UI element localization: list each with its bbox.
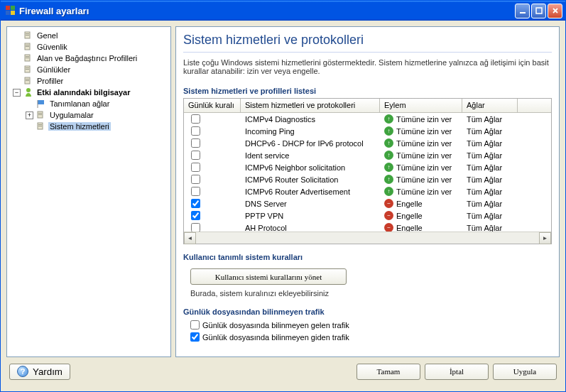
nav-tree[interactable]: GenelGüvenlikAlan ve Bağdaştırıcı Profil… xyxy=(6,26,171,357)
row-action[interactable]: −Engelle xyxy=(380,198,462,209)
ok-button[interactable]: Tamam xyxy=(357,364,420,380)
log-incoming-row[interactable]: Günlük dosyasında bilinmeyen gelen trafi… xyxy=(190,320,552,330)
table-body[interactable]: ICMPv4 Diagnostics↑Tümüne izin verTüm Ağ… xyxy=(184,113,551,232)
svg-rect-26 xyxy=(38,114,42,115)
tree-node-label: Uygulamalar xyxy=(48,111,95,119)
row-service: Incoming Ping xyxy=(241,126,380,136)
row-networks: Tüm Ağlar xyxy=(462,211,518,221)
row-service: PPTP VPN xyxy=(241,211,380,221)
row-action[interactable]: ↑Tümüne izin ver xyxy=(380,174,462,185)
row-action[interactable]: ↑Tümüne izin ver xyxy=(380,138,462,148)
col-rule-header[interactable]: Günlük kuralı xyxy=(184,99,241,112)
row-action[interactable]: ↑Tümüne izin ver xyxy=(380,186,462,197)
row-log-checkbox[interactable] xyxy=(191,175,200,184)
manage-user-rules-button[interactable]: Kullanıcı sistemi kurallarını yönet xyxy=(190,268,347,285)
scroll-right-button[interactable]: ► xyxy=(539,232,551,244)
deny-icon: − xyxy=(384,223,393,232)
svg-rect-1 xyxy=(11,6,15,10)
tree-node-icon xyxy=(23,75,34,87)
svg-rect-2 xyxy=(6,11,10,15)
tree-item[interactable]: Güvenlik xyxy=(9,41,169,53)
tree-node-icon xyxy=(23,64,34,75)
row-action[interactable]: ↑Tümüne izin ver xyxy=(380,126,462,136)
row-log-checkbox[interactable] xyxy=(191,199,200,208)
tree-node-label: Günlükler xyxy=(36,65,72,74)
svg-rect-5 xyxy=(536,8,542,13)
row-action[interactable]: ↑Tümüne izin ver xyxy=(380,162,462,173)
table-header[interactable]: Günlük kuralı Sistem hizmetleri ve proto… xyxy=(184,99,551,113)
help-label: Yardım xyxy=(33,366,62,377)
row-log-checkbox[interactable] xyxy=(191,163,200,172)
row-action[interactable]: ↑Tümüne izin ver xyxy=(380,150,462,160)
collapse-icon[interactable]: − xyxy=(13,89,21,97)
row-log-checkbox[interactable] xyxy=(191,223,200,232)
tree-item[interactable]: −Etki alanındaki bilgisayar xyxy=(9,87,169,98)
user-rules-heading: Kullanıcı tanımlı sistem kuralları xyxy=(183,253,552,261)
horizontal-scrollbar[interactable]: ◄ ► xyxy=(184,232,551,244)
row-networks: Tüm Ağlar xyxy=(462,187,518,197)
tree-item[interactable]: Günlükler xyxy=(9,64,169,75)
row-action[interactable]: −Engelle xyxy=(380,222,462,232)
log-outgoing-row[interactable]: Günlük dosyasında bilinmeyen giden trafi… xyxy=(190,332,552,342)
close-button[interactable] xyxy=(548,4,562,18)
apply-button[interactable]: Uygula xyxy=(493,364,557,380)
cancel-button[interactable]: İptal xyxy=(425,364,489,380)
svg-rect-4 xyxy=(520,12,526,13)
services-table: Günlük kuralı Sistem hizmetleri ve proto… xyxy=(183,98,552,244)
table-row[interactable]: AH Protocol−EngelleTüm Ağlar xyxy=(184,222,551,232)
tree-item[interactable]: Genel xyxy=(9,30,169,41)
window-title: Firewall ayarları xyxy=(19,6,515,16)
tree-item[interactable]: Sistem hizmetleri xyxy=(9,121,169,132)
svg-point-21 xyxy=(26,88,31,92)
tree-node-icon xyxy=(36,98,47,109)
svg-rect-16 xyxy=(26,67,29,68)
row-networks: Tüm Ağlar xyxy=(462,126,518,136)
row-action[interactable]: ↑Tümüne izin ver xyxy=(380,114,462,124)
tree-node-icon xyxy=(36,121,47,132)
row-service: Ident service xyxy=(241,151,380,160)
tree-node-label: Tanımlanan ağlar xyxy=(48,99,111,108)
dialog-footer: ? Yardım Tamam İptal Uygula xyxy=(6,357,560,386)
row-log-checkbox[interactable] xyxy=(191,126,200,136)
scroll-left-button[interactable]: ◄ xyxy=(184,232,196,244)
allow-icon: ↑ xyxy=(384,163,393,172)
tree-node-icon xyxy=(23,41,34,53)
col-action-header[interactable]: Eylem xyxy=(380,99,462,112)
svg-rect-19 xyxy=(26,79,29,80)
app-icon xyxy=(5,5,16,16)
allow-icon: ↑ xyxy=(384,126,393,136)
deny-icon: − xyxy=(384,199,393,208)
row-log-checkbox[interactable] xyxy=(191,151,200,160)
maximize-button[interactable] xyxy=(531,4,546,18)
help-button[interactable]: ? Yardım xyxy=(9,364,70,380)
tree-node-icon xyxy=(36,109,47,121)
log-incoming-checkbox[interactable] xyxy=(190,320,200,330)
minimize-button[interactable] xyxy=(515,4,530,18)
allow-icon: ↑ xyxy=(384,187,393,196)
row-log-checkbox[interactable] xyxy=(191,211,200,220)
tree-node-label: Profiller xyxy=(36,77,65,85)
col-service-header[interactable]: Sistem hizmetleri ve protokolleri xyxy=(241,99,380,112)
log-outgoing-checkbox[interactable] xyxy=(190,332,200,342)
row-action[interactable]: −Engelle xyxy=(380,210,462,221)
unknown-traffic-heading: Günlük dosyasından bilinmeyen trafik xyxy=(183,307,552,316)
deny-icon: − xyxy=(384,211,393,220)
row-log-checkbox[interactable] xyxy=(191,187,200,196)
row-networks: Tüm Ağlar xyxy=(462,151,518,160)
row-networks: Tüm Ağlar xyxy=(462,175,518,185)
svg-rect-11 xyxy=(26,46,29,47)
allow-icon: ↑ xyxy=(384,151,393,160)
expand-icon[interactable]: + xyxy=(26,111,33,119)
col-networks-header[interactable]: Ağlar xyxy=(462,99,518,112)
titlebar: Firewall ayarları xyxy=(1,1,565,21)
row-networks: Tüm Ağlar xyxy=(462,163,518,173)
tree-item[interactable]: Alan ve Bağdaştırıcı Profilleri xyxy=(9,53,169,64)
tree-item[interactable]: Profiller xyxy=(9,75,169,87)
tree-node-icon xyxy=(23,53,34,64)
content-pane: Sistem hizmetleri ve protokolleri Liste … xyxy=(175,26,560,357)
tree-item[interactable]: Tanımlanan ağlar xyxy=(9,98,169,109)
row-log-checkbox[interactable] xyxy=(191,114,200,124)
page-title: Sistem hizmetleri ve protokolleri xyxy=(183,33,552,48)
tree-item[interactable]: +Uygulamalar xyxy=(9,109,169,121)
row-log-checkbox[interactable] xyxy=(191,138,200,148)
